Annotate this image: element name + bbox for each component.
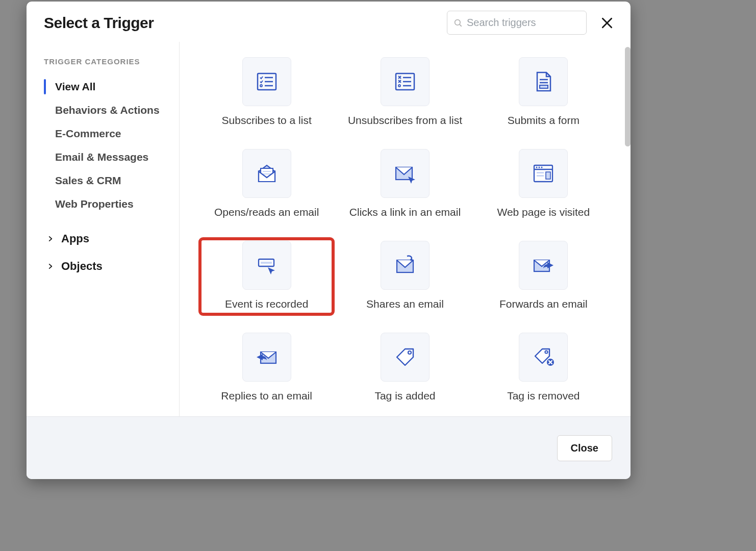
svg-point-7 — [260, 85, 262, 87]
trigger-content: Subscribes to a list Unsubscribes from a… — [180, 42, 631, 416]
category-item[interactable]: Behaviors & Actions — [44, 98, 169, 122]
close-footer-button[interactable]: Close — [557, 435, 612, 461]
svg-rect-30 — [537, 172, 544, 173]
trigger-icon-box — [381, 149, 430, 198]
trigger-label: Unsubscribes from a list — [348, 114, 462, 127]
modal-footer: Close — [27, 416, 631, 479]
trigger-icon-box — [242, 149, 291, 198]
trigger-item[interactable]: Replies to an email — [200, 331, 333, 406]
trigger-icon-box — [519, 149, 568, 198]
trigger-item[interactable]: Unsubscribes from a list — [338, 55, 471, 131]
trigger-item[interactable]: Submits a form — [477, 55, 610, 131]
trigger-icon-box — [381, 241, 430, 290]
trigger-label: Submits a form — [508, 114, 579, 127]
svg-rect-32 — [546, 172, 550, 179]
sidebar-heading: TRIGGER CATEGORIES — [44, 57, 169, 66]
tag-icon — [393, 345, 417, 369]
expandable-label: Apps — [61, 232, 89, 245]
expandable-list: AppsObjects — [44, 225, 169, 280]
trigger-label: Web page is visited — [497, 206, 590, 218]
svg-point-27 — [536, 167, 538, 168]
category-item[interactable]: E-Commerce — [44, 122, 169, 145]
trigger-label: Forwards an email — [499, 298, 588, 310]
trigger-icon-box — [519, 57, 568, 106]
chevron-right-icon — [47, 235, 54, 242]
select-trigger-modal: Select a Trigger TRIGGER CATEGORIES View… — [27, 2, 631, 479]
trigger-item[interactable]: Subscribes to a list — [200, 55, 333, 131]
trigger-item[interactable]: Tag is added — [338, 331, 471, 406]
trigger-item[interactable]: Forwards an email — [477, 239, 610, 314]
trigger-item[interactable]: Web page is visited — [477, 147, 610, 222]
trigger-icon-box — [242, 57, 291, 106]
trigger-icon-box — [381, 57, 430, 106]
trigger-icon-box — [381, 333, 430, 382]
trigger-label: Shares an email — [366, 298, 444, 310]
trigger-label: Opens/reads an email — [214, 206, 319, 218]
modal-title: Select a Trigger — [44, 14, 154, 32]
sidebar: TRIGGER CATEGORIES View AllBehaviors & A… — [27, 42, 180, 416]
modal-body: TRIGGER CATEGORIES View AllBehaviors & A… — [27, 42, 631, 416]
mailReply-icon — [255, 345, 279, 369]
close-button[interactable] — [599, 15, 615, 31]
svg-point-29 — [541, 167, 543, 168]
document-icon — [531, 69, 556, 94]
mailShare-icon — [393, 253, 417, 278]
trigger-label: Subscribes to a list — [222, 114, 312, 127]
svg-point-16 — [398, 85, 400, 87]
trigger-icon-box — [242, 241, 291, 290]
svg-point-28 — [539, 167, 540, 168]
chevron-right-icon — [47, 263, 54, 270]
listX-icon — [393, 69, 417, 94]
mailForward-icon — [531, 253, 556, 278]
trigger-item[interactable]: Clicks a link in an email — [338, 147, 471, 222]
trigger-icon-box — [242, 333, 291, 382]
trigger-icon-box — [519, 241, 568, 290]
modal-header: Select a Trigger — [27, 2, 631, 42]
trigger-label: Clicks a link in an email — [349, 206, 461, 218]
openMail-icon — [255, 161, 279, 186]
trigger-label: Event is recorded — [225, 298, 308, 310]
trigger-item[interactable]: Tag is removed — [477, 331, 610, 406]
eventCursor-icon — [255, 253, 279, 278]
mailCursor-icon — [393, 161, 417, 186]
tagRemove-icon — [531, 345, 556, 369]
webpage-icon — [531, 161, 556, 186]
content-scrollbar[interactable] — [625, 47, 631, 146]
trigger-label: Replies to an email — [221, 390, 312, 402]
category-item[interactable]: View All — [44, 75, 169, 98]
category-item[interactable]: Email & Messages — [44, 145, 169, 169]
svg-line-1 — [460, 24, 462, 27]
search-input[interactable] — [467, 17, 580, 29]
listCheck-icon — [255, 69, 279, 94]
svg-rect-31 — [537, 175, 544, 177]
close-icon — [600, 16, 614, 30]
trigger-item[interactable]: Opens/reads an email — [200, 147, 333, 222]
trigger-item[interactable]: Shares an email — [338, 239, 471, 314]
svg-point-0 — [455, 19, 461, 25]
svg-rect-34 — [261, 262, 272, 264]
trigger-label: Tag is removed — [507, 390, 579, 402]
trigger-grid: Subscribes to a list Unsubscribes from a… — [200, 55, 610, 406]
expandable-item[interactable]: Apps — [44, 225, 169, 253]
category-list: View AllBehaviors & ActionsE-CommerceEma… — [44, 75, 169, 216]
category-item[interactable]: Web Properties — [44, 192, 169, 216]
category-item[interactable]: Sales & CRM — [44, 169, 169, 192]
svg-rect-20 — [540, 85, 548, 88]
expandable-label: Objects — [61, 260, 103, 273]
search-box[interactable] — [447, 11, 587, 35]
header-right — [447, 11, 615, 35]
search-icon — [453, 18, 463, 28]
expandable-item[interactable]: Objects — [44, 253, 169, 280]
trigger-icon-box — [519, 333, 568, 382]
trigger-label: Tag is added — [374, 390, 435, 402]
trigger-item[interactable]: Event is recorded — [200, 239, 333, 314]
